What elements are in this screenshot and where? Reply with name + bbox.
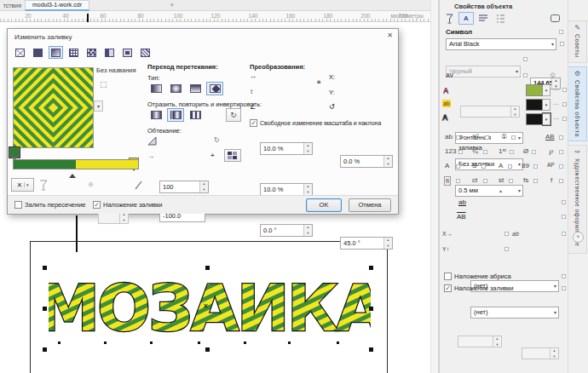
pen-edit-icon[interactable] <box>134 180 144 191</box>
background-more-button[interactable]: ... <box>553 100 559 106</box>
selection-handle-bm[interactable] <box>205 347 210 352</box>
color-picker-icon[interactable]: ⬚ <box>100 80 112 91</box>
texture-fill-button[interactable] <box>120 46 135 59</box>
document-tab-partial[interactable]: тствия <box>0 1 23 11</box>
gradient-midpoint-marker[interactable] <box>69 170 76 178</box>
background-fill-dropdown[interactable]: Без заливки <box>455 158 523 170</box>
char-node[interactable] <box>104 341 107 344</box>
linear-fountain-button[interactable] <box>147 82 164 95</box>
overprint-outline-checkbox[interactable] <box>444 273 452 280</box>
ot-ligature-ct-button[interactable]: ct <box>472 176 477 184</box>
selection-center-mark[interactable]: ✕ <box>203 302 209 310</box>
overprint-fill-checkbox[interactable]: ✓ <box>93 201 101 209</box>
char-node[interactable] <box>58 341 61 344</box>
ot-checkbox[interactable] <box>511 135 516 140</box>
row-option-checkbox[interactable] <box>560 42 564 46</box>
dialog-close-icon[interactable]: ✕ <box>387 32 393 39</box>
gradient-stop-green[interactable] <box>9 147 20 158</box>
ot-slashed-zero-button[interactable]: Ø <box>523 147 528 155</box>
strikethru-dropdown[interactable]: (нет) <box>470 307 559 318</box>
font-style-dropdown[interactable]: Черный <box>446 66 521 77</box>
uniform-fill-button[interactable] <box>31 46 45 59</box>
ot-checkbox[interactable] <box>483 179 487 183</box>
ot-ligature-fs-button[interactable]: fs <box>523 176 528 184</box>
row-option-checkbox[interactable] <box>504 232 509 236</box>
row-option-checkbox[interactable] <box>562 117 567 121</box>
row-option-checkbox[interactable] <box>562 102 567 106</box>
midpoint-plus-icon[interactable]: + <box>210 152 215 159</box>
rectangular-fountain-button[interactable] <box>206 82 223 95</box>
ot-checkbox[interactable] <box>559 150 563 154</box>
ot-alternates-button[interactable]: AP <box>547 162 555 168</box>
ot-enclosed-button[interactable]: ① <box>501 133 507 141</box>
row-option-checkbox[interactable] <box>562 215 566 219</box>
ot-ligature-fi-button[interactable]: fi <box>444 176 451 186</box>
ot-figures-button[interactable]: 123 <box>445 147 456 155</box>
row-option-checkbox[interactable] <box>562 286 566 290</box>
row-option-checkbox[interactable] <box>559 30 563 34</box>
row-option-checkbox[interactable] <box>523 73 527 77</box>
row-option-checkbox[interactable] <box>504 247 509 251</box>
char-node[interactable] <box>198 341 200 344</box>
outline-more-button[interactable]: ... <box>553 114 559 120</box>
selection-handle-bl[interactable] <box>43 347 47 352</box>
ot-swash-button[interactable]: ℘ <box>549 147 554 155</box>
ot-checkbox[interactable] <box>485 135 489 140</box>
ot-checkbox[interactable] <box>481 164 486 169</box>
edge-pad-spinner[interactable]: 100 <box>159 181 209 193</box>
refresh-icon[interactable]: ↻ <box>214 136 220 144</box>
ot-stylistic-set-button[interactable]: S <box>472 162 476 169</box>
row-option-checkbox[interactable] <box>562 274 566 278</box>
collapse-section-arrow[interactable]: ▴ <box>499 187 502 193</box>
x-shift-spinner[interactable] <box>458 336 502 347</box>
ot-checkbox[interactable] <box>483 150 487 154</box>
fill-x-spinner[interactable]: 0.0 % <box>340 155 393 168</box>
char-angle-spinner[interactable] <box>522 347 559 359</box>
canvas-scrollbar[interactable] <box>430 0 439 373</box>
docker-tab-hints[interactable]: ✎ Советы <box>568 20 587 63</box>
text-options-icon[interactable]: ☺ <box>549 71 556 79</box>
artistic-text[interactable]: МОЗАИКА <box>49 272 371 345</box>
repeat-button[interactable] <box>187 108 204 122</box>
char-node[interactable] <box>337 341 339 344</box>
ot-checkbox[interactable] <box>456 164 460 169</box>
font-family-dropdown[interactable]: Arial Black <box>446 38 556 50</box>
ot-checkbox[interactable] <box>456 135 460 140</box>
stop-no-color-button[interactable]: ✕ ▾ <box>11 178 34 192</box>
kerning-spinner[interactable] <box>460 106 520 118</box>
repeat-default-button[interactable] <box>147 108 164 122</box>
ot-checkbox[interactable] <box>509 179 513 183</box>
background-color-swatch[interactable] <box>526 99 543 111</box>
reverse-fill-button[interactable]: ↻ <box>226 108 241 122</box>
selection-handle-tm[interactable] <box>205 266 210 270</box>
selection-handle-mr[interactable] <box>369 307 373 311</box>
selection-handle-tr[interactable] <box>369 266 373 270</box>
fill-width-spinner[interactable]: 10.0 % <box>260 142 313 155</box>
ot-oldstyle-button[interactable]: 89 <box>522 162 529 169</box>
selection-handle-tl[interactable] <box>43 266 47 270</box>
skew-spinner[interactable]: 0.0 ° <box>260 224 313 237</box>
row-option-checkbox[interactable] <box>562 200 566 204</box>
cancel-button[interactable]: Отмена <box>349 198 391 212</box>
ot-fractions-button[interactable]: ¼ <box>472 147 478 155</box>
swatch-list-dropdown[interactable]: ▾ <box>94 100 103 112</box>
row-option-checkbox[interactable] <box>562 88 567 92</box>
overprint-fill-checkbox[interactable]: ✓ <box>444 284 452 292</box>
eyedropper-glass-icon[interactable] <box>39 180 48 191</box>
add-docker-button[interactable]: + <box>573 232 584 243</box>
ot-checkbox[interactable] <box>559 135 563 140</box>
ot-checkbox[interactable] <box>510 150 514 154</box>
ot-italic-swash-button[interactable]: A <box>499 162 503 169</box>
text-frame-button[interactable] <box>547 12 562 25</box>
paragraph-tab-button[interactable] <box>476 12 491 25</box>
char-node[interactable] <box>150 341 153 344</box>
fill-color-dropdown[interactable]: ▾ <box>543 84 551 96</box>
fill-winding-checkbox[interactable] <box>14 201 22 209</box>
postscript-fill-button[interactable] <box>138 46 153 59</box>
ot-ligature-f-button[interactable]: f <box>551 176 552 184</box>
vector-pattern-button[interactable] <box>66 46 81 59</box>
ot-checkbox[interactable] <box>508 164 512 169</box>
ot-position-button[interactable]: ab <box>445 133 453 141</box>
row-option-checkbox[interactable] <box>523 57 527 61</box>
outline-color-dropdown[interactable]: ▾ <box>543 113 551 125</box>
